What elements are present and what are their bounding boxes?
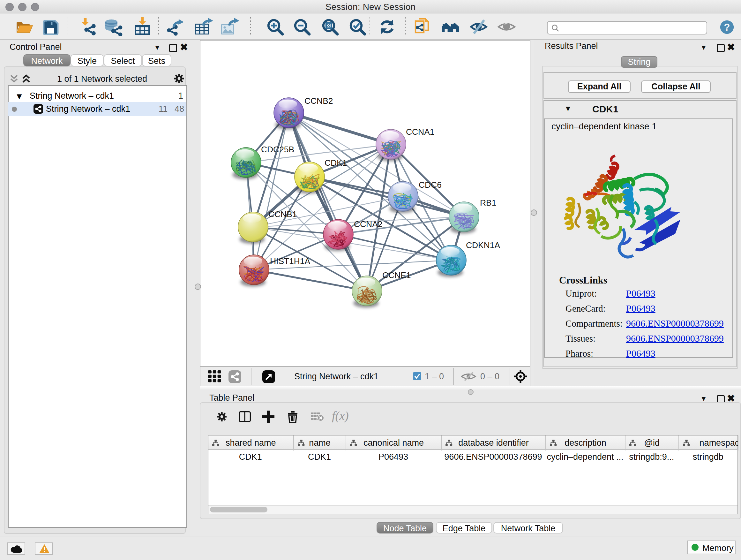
svg-text:CCNA2: CCNA2 xyxy=(354,219,382,229)
svg-text:CDK1: CDK1 xyxy=(325,158,347,168)
svg-text:CCNE1: CCNE1 xyxy=(382,270,411,280)
svg-text:CCNB1: CCNB1 xyxy=(268,209,297,219)
svg-text:CDC6: CDC6 xyxy=(419,180,442,190)
svg-text:CDC25B: CDC25B xyxy=(261,145,294,154)
svg-text:HIST1H1A: HIST1H1A xyxy=(270,256,311,266)
svg-text:?: ? xyxy=(724,22,730,33)
svg-text:CDKN1A: CDKN1A xyxy=(466,240,500,250)
svg-text:RB1: RB1 xyxy=(480,198,496,207)
svg-text:CCNA1: CCNA1 xyxy=(406,127,434,137)
svg-text:CCNB2: CCNB2 xyxy=(305,96,333,106)
